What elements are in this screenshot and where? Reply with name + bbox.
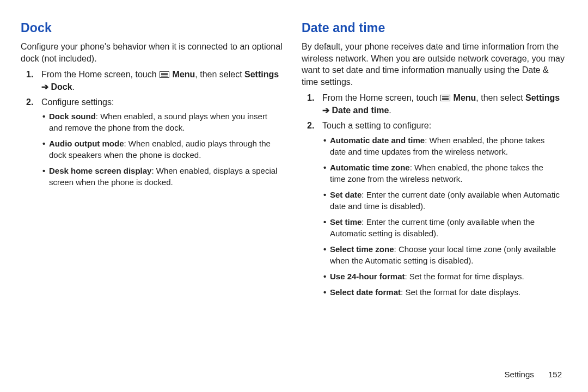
bullet-label: Select time zone (330, 244, 394, 254)
dock-steps: From the Home screen, touch Menu, then s… (21, 69, 291, 188)
step-text: , then select (195, 70, 244, 79)
left-column: Dock Configure your phone's behavior whe… (21, 21, 291, 381)
bullet-audio-output: Audio output mode: When enabled, audio p… (49, 138, 286, 161)
period: . (389, 106, 391, 115)
footer-page-number: 152 (548, 370, 562, 379)
datetime-intro: By default, your phone receives date and… (302, 41, 572, 88)
bullet-label: Dock sound (49, 112, 96, 121)
menu-icon (440, 95, 450, 101)
step-text: , then select (476, 93, 525, 102)
bullet-label: Automatic date and time (330, 136, 425, 145)
step-text: Configure settings: (41, 97, 114, 107)
datetime-bullets: Automatic date and time: When enabled, t… (322, 134, 567, 298)
bullet-text: : Enter the current date (only available… (330, 190, 560, 211)
page-footer: Settings 152 (505, 370, 562, 379)
datetime-step-1: From the Home screen, touch Menu, then s… (322, 92, 572, 117)
menu-label: Menu (173, 70, 195, 79)
bullet-select-time-zone: Select time zone: Choose your local time… (330, 243, 567, 266)
bullet-set-date: Set date: Enter the current date (only a… (330, 189, 567, 212)
bullet-text: : Set the format for time displays. (405, 272, 524, 281)
bullet-set-time: Set time: Enter the current time (only a… (330, 216, 567, 239)
bullet-auto-date-time: Automatic date and time: When enabled, t… (330, 134, 567, 157)
bullet-label: Use 24-hour format (330, 272, 405, 281)
settings-path: Settings (244, 70, 279, 79)
settings-path: Settings (525, 93, 560, 102)
bullet-desk-home: Desk home screen display: When enabled, … (49, 165, 286, 188)
dock-bullets: Dock sound: When enabled, a sound plays … (41, 111, 286, 188)
dock-step-2: Configure settings: Dock sound: When ena… (41, 96, 291, 188)
step-text: From the Home screen, touch (41, 70, 159, 79)
arrow-icon: ➔ (41, 82, 48, 91)
bullet-label: Automatic time zone (330, 163, 410, 172)
right-column: Date and time By default, your phone rec… (302, 21, 572, 381)
footer-section: Settings (505, 370, 534, 379)
dock-step-1: From the Home screen, touch Menu, then s… (41, 69, 291, 93)
bullet-label: Set date (330, 190, 362, 199)
menu-icon (160, 71, 169, 78)
bullet-label: Desk home screen display (49, 166, 151, 175)
dock-intro: Configure your phone's behavior when it … (21, 41, 291, 64)
step-text: Touch a setting to configure: (322, 121, 431, 130)
bullet-dock-sound: Dock sound: When enabled, a sound plays … (49, 111, 286, 133)
period: . (72, 82, 75, 91)
bullet-auto-time-zone: Automatic time zone: When enabled, the p… (330, 162, 567, 185)
datetime-steps: From the Home screen, touch Menu, then s… (302, 92, 572, 297)
bullet-date-format: Select date format: Set the format for d… (330, 286, 567, 298)
bullet-24-hour: Use 24-hour format: Set the format for t… (330, 271, 567, 282)
bullet-label: Select date format (330, 287, 401, 297)
settings-path-target: Date and time (329, 106, 389, 115)
bullet-text: : Set the format for date displays. (401, 287, 520, 297)
arrow-icon: ➔ (322, 106, 329, 115)
dock-heading: Dock (21, 21, 291, 35)
bullet-label: Audio output mode (49, 139, 124, 148)
menu-label: Menu (454, 93, 476, 102)
settings-path-target: Dock (48, 82, 72, 91)
bullet-label: Set time (330, 217, 362, 226)
datetime-step-2: Touch a setting to configure: Automatic … (322, 120, 572, 297)
step-text: From the Home screen, touch (322, 93, 440, 102)
manual-page: Dock Configure your phone's behavior whe… (0, 0, 588, 392)
datetime-heading: Date and time (302, 21, 572, 35)
